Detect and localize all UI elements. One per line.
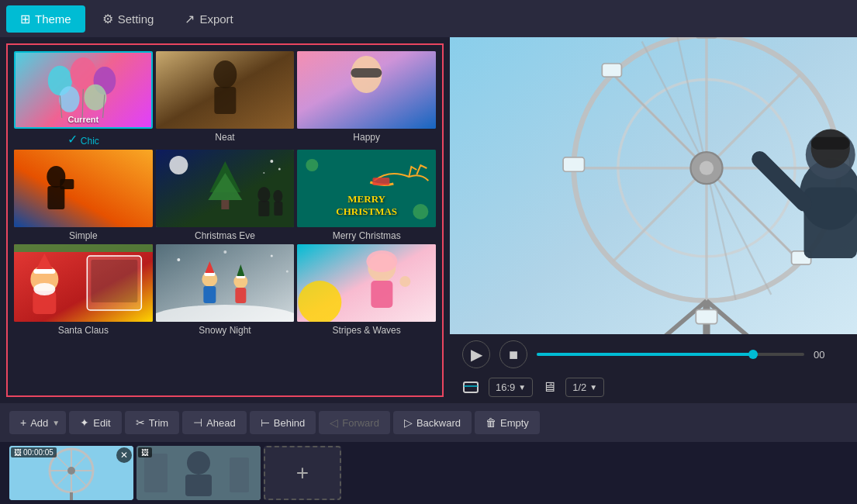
page-arrow-icon: ▼ bbox=[589, 383, 597, 392]
theme-label-christmas-eve: Christmas Eve bbox=[195, 230, 255, 241]
trim-button[interactable]: ✂ Trim bbox=[125, 411, 180, 434]
clip2-image-icon: 🖼 bbox=[141, 448, 149, 457]
play-button[interactable]: ▶ bbox=[462, 340, 490, 368]
svg-rect-29 bbox=[274, 202, 282, 216]
add-clip-icon: + bbox=[296, 461, 309, 485]
clip1-time-badge: 🖼 00:00:05 bbox=[11, 447, 57, 457]
progress-knob[interactable] bbox=[748, 350, 758, 359]
svg-rect-80 bbox=[563, 157, 584, 171]
edit-icon: ✦ bbox=[80, 416, 89, 429]
ratio-select-button[interactable]: 16:9 ▼ bbox=[489, 378, 533, 397]
theme-item-merry-christmas[interactable]: MERRYCHRISTMAS Merry Christmas bbox=[297, 150, 436, 241]
merry-christmas-text: MERRYCHRISTMAS bbox=[297, 193, 436, 218]
add-button[interactable]: + Add ▼ bbox=[9, 411, 66, 434]
svg-rect-27 bbox=[258, 201, 269, 216]
bottom-toolbar: + Add ▼ ✦ Edit ✂ Trim ⊣ Ahead ⊢ Behind ◁… bbox=[0, 403, 857, 442]
ahead-button[interactable]: ⊣ Ahead bbox=[182, 411, 247, 434]
add-icon: + bbox=[20, 416, 26, 429]
preview-placeholder bbox=[450, 37, 857, 334]
theme-item-snowy-night[interactable]: Snowy Night bbox=[156, 244, 295, 336]
edit-button[interactable]: ✦ Edit bbox=[69, 411, 121, 434]
tab-export[interactable]: ↗ Export bbox=[171, 5, 247, 33]
add-clip-button[interactable]: + bbox=[264, 446, 341, 500]
svg-point-97 bbox=[67, 467, 75, 475]
svg-rect-78 bbox=[696, 37, 717, 38]
svg-point-23 bbox=[270, 160, 273, 163]
time-display: 00 bbox=[814, 349, 845, 361]
tab-theme[interactable]: ⊞ Theme bbox=[6, 5, 85, 33]
filmstrip-item-1[interactable]: 🖼 00:00:05 ✕ bbox=[9, 446, 133, 500]
theme-item-christmas-eve[interactable]: Christmas Eve bbox=[156, 150, 295, 241]
edit-label: Edit bbox=[93, 417, 110, 429]
theme-label-neat: Neat bbox=[215, 132, 234, 143]
player-controls: ▶ ■ 00 bbox=[450, 334, 857, 375]
theme-item-happy[interactable]: Happy bbox=[297, 51, 436, 147]
theme-item-santa-claus[interactable]: Santa Claus bbox=[14, 244, 153, 336]
svg-point-56 bbox=[285, 271, 288, 273]
clip1-remove-button[interactable]: ✕ bbox=[116, 447, 132, 463]
backward-label: Backward bbox=[416, 417, 461, 429]
svg-point-25 bbox=[263, 172, 264, 174]
svg-rect-103 bbox=[230, 457, 249, 492]
ahead-icon: ⊣ bbox=[193, 416, 202, 429]
svg-rect-102 bbox=[144, 454, 168, 492]
add-label: Add bbox=[30, 417, 48, 429]
stop-button[interactable]: ■ bbox=[499, 340, 527, 368]
theme-item-stripes-waves[interactable]: Stripes & Waves bbox=[297, 244, 436, 336]
theme-label-santa-claus: Santa Claus bbox=[58, 325, 109, 336]
forward-button[interactable]: ◁ Forward bbox=[319, 411, 390, 434]
page-value: 1/2 bbox=[572, 381, 586, 393]
tab-theme-label: Theme bbox=[35, 12, 71, 26]
theme-item-neat[interactable]: Neat bbox=[156, 51, 295, 147]
svg-rect-22 bbox=[221, 200, 229, 209]
svg-point-74 bbox=[700, 161, 714, 175]
svg-point-24 bbox=[278, 168, 280, 171]
svg-point-40 bbox=[33, 283, 55, 295]
theme-thumb-neat bbox=[156, 51, 295, 129]
forward-icon: ◁ bbox=[330, 416, 338, 429]
svg-rect-79 bbox=[696, 309, 717, 323]
svg-point-4 bbox=[85, 85, 107, 111]
behind-button[interactable]: ⊢ Behind bbox=[250, 411, 316, 434]
svg-rect-82 bbox=[602, 64, 621, 77]
svg-rect-10 bbox=[214, 87, 236, 114]
aspect-ratio-icon bbox=[462, 379, 479, 396]
svg-point-55 bbox=[223, 250, 226, 254]
svg-rect-35 bbox=[14, 244, 153, 252]
top-toolbar: ⊞ Theme ⚙ Setting ↗ Export bbox=[0, 0, 857, 37]
progress-bar[interactable] bbox=[537, 353, 804, 356]
theme-thumb-snowy-night bbox=[156, 244, 295, 322]
filmstrip-item-2[interactable]: 🖼 bbox=[136, 446, 261, 500]
theme-thumb-santa-claus bbox=[14, 244, 153, 322]
empty-button[interactable]: 🗑 Empty bbox=[475, 411, 540, 434]
theme-item-simple[interactable]: Simple bbox=[14, 150, 153, 241]
left-panel: Current ✓ Chic bbox=[0, 37, 450, 403]
svg-rect-42 bbox=[91, 260, 137, 302]
behind-label: Behind bbox=[274, 417, 305, 429]
svg-point-26 bbox=[257, 187, 270, 202]
theme-item-chic[interactable]: Current ✓ Chic bbox=[14, 51, 153, 147]
tab-setting[interactable]: ⚙ Setting bbox=[88, 5, 168, 33]
empty-icon: 🗑 bbox=[486, 416, 496, 429]
trim-icon: ✂ bbox=[136, 416, 145, 429]
theme-label-chic: Chic bbox=[81, 136, 99, 147]
svg-rect-33 bbox=[373, 178, 390, 185]
svg-rect-13 bbox=[351, 68, 382, 78]
setting-icon: ⚙ bbox=[102, 12, 113, 26]
ahead-label: Ahead bbox=[206, 417, 236, 429]
svg-rect-87 bbox=[811, 137, 850, 150]
svg-rect-46 bbox=[203, 286, 216, 303]
theme-grid-container[interactable]: Current ✓ Chic bbox=[6, 43, 444, 397]
svg-rect-16 bbox=[47, 186, 64, 209]
svg-rect-39 bbox=[33, 269, 55, 274]
svg-point-3 bbox=[59, 86, 79, 112]
check-icon: ✓ bbox=[67, 132, 78, 147]
backward-button[interactable]: ▷ Backward bbox=[393, 411, 472, 434]
theme-thumb-happy bbox=[297, 51, 436, 129]
svg-point-19 bbox=[169, 156, 188, 174]
svg-point-54 bbox=[270, 255, 272, 257]
svg-point-1 bbox=[71, 57, 97, 89]
clip2-thumbnail bbox=[136, 446, 261, 500]
main-content: Current ✓ Chic bbox=[0, 37, 857, 403]
page-select-button[interactable]: 1/2 ▼ bbox=[565, 378, 604, 397]
